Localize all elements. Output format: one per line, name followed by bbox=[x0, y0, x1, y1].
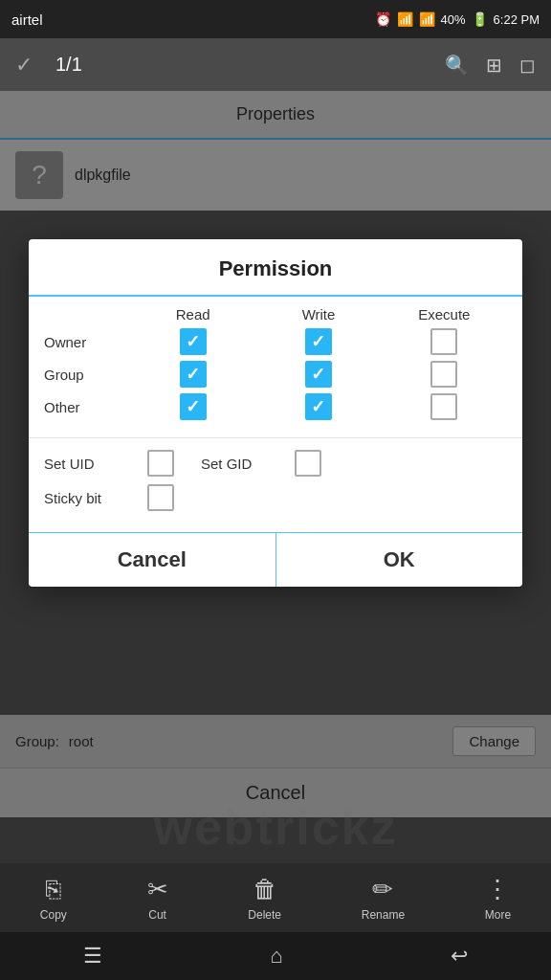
other-write-cell bbox=[255, 393, 381, 420]
battery-text: 40% bbox=[441, 12, 466, 27]
stickybit-row: Sticky bit bbox=[44, 484, 507, 511]
file-icon: ? bbox=[15, 151, 63, 199]
group-field-label: Group: bbox=[15, 733, 59, 749]
permission-dialog: Permission Read Write Execute Owner Grou… bbox=[29, 239, 522, 587]
group-execute-checkbox[interactable] bbox=[430, 361, 457, 388]
setuid-label: Set UID bbox=[44, 456, 140, 472]
alarm-icon: ⏰ bbox=[375, 11, 391, 27]
change-button[interactable]: Change bbox=[452, 726, 536, 756]
perm-write-header: Write bbox=[255, 306, 381, 323]
stickybit-label: Sticky bit bbox=[44, 490, 140, 506]
group-read-checkbox[interactable] bbox=[180, 361, 207, 388]
delete-label: Delete bbox=[248, 908, 281, 922]
owner-read-checkbox[interactable] bbox=[180, 328, 207, 355]
group-row: Group: root Change bbox=[0, 715, 551, 768]
perm-owner-row: Owner bbox=[44, 328, 507, 355]
battery-icon: 🔋 bbox=[472, 11, 488, 27]
bottom-nav: ⎘ Copy ✂ Cut 🗑 Delete ✏ Rename ⋮ More bbox=[0, 863, 551, 932]
more-icon: ⋮ bbox=[485, 875, 510, 904]
status-bar: airtel ⏰ 📶 📶 40% 🔋 6:22 PM bbox=[0, 0, 551, 38]
search-icon[interactable]: 🔍 bbox=[445, 54, 469, 77]
stickybit-checkbox[interactable] bbox=[147, 484, 174, 511]
other-write-checkbox[interactable] bbox=[305, 393, 332, 420]
rename-label: Rename bbox=[362, 908, 405, 922]
nav-copy[interactable]: ⎘ Copy bbox=[40, 875, 67, 922]
owner-write-cell bbox=[255, 328, 381, 355]
perm-header-row: Read Write Execute bbox=[44, 306, 507, 323]
cancel-button[interactable]: Cancel bbox=[29, 533, 276, 587]
copy-label: Copy bbox=[40, 908, 67, 922]
permission-table: Read Write Execute Owner Group bbox=[29, 297, 522, 430]
other-execute-checkbox[interactable] bbox=[430, 393, 457, 420]
page-count: 1/1 bbox=[55, 54, 430, 76]
group-write-cell bbox=[255, 361, 381, 388]
nav-rename[interactable]: ✏ Rename bbox=[362, 875, 405, 922]
other-read-cell bbox=[130, 393, 255, 420]
extra-perms: Set UID Set GID Sticky bit bbox=[29, 446, 522, 528]
back-button[interactable]: ↩ bbox=[451, 944, 468, 969]
toolbar: ✓ 1/1 🔍 ⊞ ◻ bbox=[0, 38, 551, 91]
ok-button[interactable]: OK bbox=[276, 533, 523, 587]
file-name: dlpkgfile bbox=[75, 167, 131, 184]
signal-icon: 📶 bbox=[419, 11, 435, 27]
file-info-row: ? dlpkgfile bbox=[0, 140, 551, 211]
cut-icon: ✂ bbox=[147, 875, 168, 904]
group-write-checkbox[interactable] bbox=[305, 361, 332, 388]
system-nav-bar: ☰ ⌂ ↩ bbox=[0, 932, 551, 980]
other-label: Other bbox=[44, 399, 130, 415]
select-icon[interactable]: ◻ bbox=[519, 54, 536, 77]
copy-icon: ⎘ bbox=[46, 875, 61, 904]
perm-execute-header: Execute bbox=[382, 306, 507, 323]
properties-panel: Properties ? dlpkgfile bbox=[0, 91, 551, 211]
owner-execute-cell bbox=[382, 328, 507, 355]
home-button[interactable]: ⌂ bbox=[270, 944, 282, 969]
group-label: Group bbox=[44, 367, 130, 383]
more-label: More bbox=[485, 908, 511, 922]
menu-button[interactable]: ☰ bbox=[83, 944, 102, 969]
owner-write-checkbox[interactable] bbox=[305, 328, 332, 355]
owner-execute-checkbox[interactable] bbox=[430, 328, 457, 355]
group-read-cell bbox=[130, 361, 255, 388]
toolbar-actions: 🔍 ⊞ ◻ bbox=[445, 54, 536, 77]
dialog-title: Permission bbox=[29, 239, 522, 297]
bg-cancel-label[interactable]: Cancel bbox=[0, 768, 551, 817]
view-icon[interactable]: ⊞ bbox=[486, 54, 502, 77]
setgid-label: Set GID bbox=[201, 456, 287, 472]
rename-icon: ✏ bbox=[372, 875, 393, 904]
cut-label: Cut bbox=[148, 908, 166, 922]
status-right: ⏰ 📶 📶 40% 🔋 6:22 PM bbox=[375, 11, 540, 27]
perm-divider bbox=[29, 437, 522, 438]
setgid-checkbox[interactable] bbox=[295, 450, 321, 477]
dialog-buttons: Cancel OK bbox=[29, 533, 522, 587]
nav-more[interactable]: ⋮ More bbox=[485, 875, 511, 922]
owner-read-cell bbox=[130, 328, 255, 355]
other-read-checkbox[interactable] bbox=[180, 393, 207, 420]
bg-bottom-panel: Group: root Change Cancel bbox=[0, 715, 551, 817]
group-execute-cell bbox=[382, 361, 507, 388]
setuid-setgid-row: Set UID Set GID bbox=[44, 450, 507, 477]
nav-cut[interactable]: ✂ Cut bbox=[147, 875, 168, 922]
other-execute-cell bbox=[382, 393, 507, 420]
owner-label: Owner bbox=[44, 334, 130, 350]
properties-title: Properties bbox=[0, 91, 551, 140]
wifi-icon: 📶 bbox=[397, 11, 413, 27]
perm-group-row: Group bbox=[44, 361, 507, 388]
setuid-checkbox[interactable] bbox=[147, 450, 174, 477]
perm-other-row: Other bbox=[44, 393, 507, 420]
delete-icon: 🗑 bbox=[253, 875, 277, 904]
group-value: root bbox=[69, 733, 444, 749]
time-label: 6:22 PM bbox=[494, 12, 540, 27]
perm-read-header: Read bbox=[130, 306, 255, 323]
nav-delete[interactable]: 🗑 Delete bbox=[248, 875, 281, 922]
carrier-label: airtel bbox=[11, 11, 43, 28]
check-icon: ✓ bbox=[15, 53, 33, 78]
